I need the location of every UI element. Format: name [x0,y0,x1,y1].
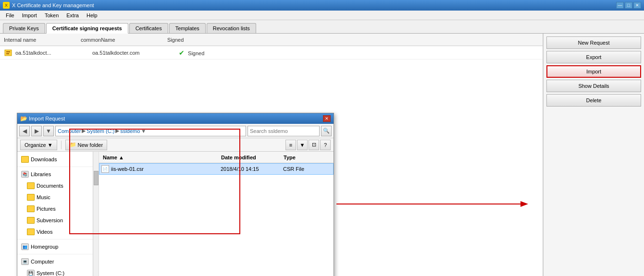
view-buttons: ≡ ▼ ⊡ ? [285,140,331,150]
dialog-close-button[interactable]: ✕ [323,115,331,122]
col-common-name: commonName [81,37,167,43]
tab-certificates[interactable]: Certificates [129,23,168,33]
col-signed: Signed [167,37,215,43]
title-bar: X X Certificate and Key management — □ ✕ [0,0,644,11]
table-row[interactable]: oa.51talkdoct... oa.51talkdocter.com ✔ S… [0,46,543,60]
file-row[interactable]: 📄 iis-web-01.csr 2018/4/10 14:15 CSR Fil… [99,163,334,175]
tab-revocation[interactable]: Revocation lists [207,23,256,33]
menu-file[interactable]: File [2,12,18,19]
content-area: Internal name commonName Signed oa.51tal… [0,34,543,276]
breadcrumb-bar: Computer ▶ System (C:) ▶ ssldemo ▼ [55,126,246,136]
import-dialog: 📂 Import Request ✕ ◀ ▶ ▼ Computer ▶ Syst… [17,113,334,276]
recent-locations-button[interactable]: ▼ [43,126,54,136]
dialog-toolbar: Organize ▼ 📁 New folder ≡ ▼ ⊡ ? [17,138,334,152]
help-button[interactable]: ? [320,140,331,150]
menu-extra[interactable]: Extra [62,12,83,19]
downloads-folder-icon [21,156,29,163]
svg-rect-2 [6,53,9,54]
new-folder-button[interactable]: 📁 New folder [65,140,108,150]
view-list-button[interactable]: ≡ [285,140,296,150]
col-type[interactable]: Type [284,155,332,160]
homegroup-icon: 👥 [21,243,29,250]
nav-downloads[interactable]: Downloads [17,154,99,165]
close-button[interactable]: ✕ [633,2,641,9]
tab-bar: Private Keys Certificate signing request… [0,20,644,34]
menu-import[interactable]: Import [18,12,41,19]
cell-signed: ✔ Signed [179,49,227,57]
nav-documents[interactable]: Documents [17,180,99,192]
toolbar-separator [61,141,62,149]
search-input[interactable] [248,126,320,136]
dialog-icon: 📂 [20,115,27,122]
scrollbar-thumb [94,171,99,185]
nav-videos[interactable]: Videos [17,226,99,238]
nav-panel: Downloads 📚 Libraries Documents Music [17,152,99,276]
computer-icon: 💻 [21,258,29,265]
col-date[interactable]: Date modified [221,155,284,160]
menu-token[interactable]: Token [41,12,62,19]
nav-divider [17,167,99,167]
address-bar: ◀ ▶ ▼ Computer ▶ System (C:) ▶ ssldemo ▼… [17,124,334,138]
nav-subversion[interactable]: Subversion [17,215,99,226]
delete-button[interactable]: Delete [546,94,641,107]
file-icon: 📄 [101,165,109,173]
col-internal-name: Internal name [4,37,81,43]
export-button[interactable]: Export [546,51,641,63]
documents-folder-icon [27,182,35,189]
back-button[interactable]: ◀ [19,126,30,136]
breadcrumb-ssldemo[interactable]: ssldemo [120,128,140,134]
menu-help[interactable]: Help [83,12,101,19]
nav-music[interactable]: Music [17,192,99,203]
table-header: Internal name commonName Signed [0,34,543,46]
breadcrumb-system[interactable]: System (C:) [87,128,114,134]
nav-libraries[interactable]: 📚 Libraries [17,168,99,180]
file-date: 2018/4/10 14:15 [221,166,283,172]
nav-pictures[interactable]: Pictures [17,203,99,215]
maximize-button[interactable]: □ [625,2,632,9]
organize-button[interactable]: Organize ▼ [20,140,57,150]
signed-checkmark: ✔ [179,49,185,57]
view-dropdown-button[interactable]: ▼ [297,140,308,150]
libraries-icon: 📚 [21,171,29,178]
show-details-button[interactable]: Show Details [546,80,641,92]
file-name: iis-web-01.csr [111,166,221,172]
window-title: X Certificate and Key management [12,2,616,8]
view-preview-button[interactable]: ⊡ [309,140,319,150]
svg-rect-0 [5,50,12,56]
file-header: Name ▲ Date modified Type [99,152,334,163]
new-folder-icon: 📁 [70,142,76,148]
menu-bar: File Import Token Extra Help [0,11,644,20]
minimize-button[interactable]: — [616,2,624,9]
pictures-folder-icon [27,205,35,212]
tab-templates[interactable]: Templates [169,23,206,33]
forward-button[interactable]: ▶ [31,126,42,136]
nav-system-c[interactable]: 💾 System (C:) [17,267,99,276]
nav-homegroup[interactable]: 👥 Homegroup [17,241,99,252]
app-icon: X [3,2,10,9]
nav-scrollbar[interactable] [93,152,99,276]
drive-c-icon: 💾 [27,270,35,276]
import-button[interactable]: Import [546,65,641,78]
nav-divider-2 [17,239,99,240]
cell-internal-name: oa.51talkdoct... [15,50,92,56]
col-name[interactable]: Name ▲ [101,155,221,160]
videos-folder-icon [27,228,35,235]
cell-common-name: oa.51talkdocter.com [92,50,179,56]
svg-rect-1 [6,51,10,52]
row-icon [4,48,13,58]
music-folder-icon [27,194,35,201]
dialog-body: Downloads 📚 Libraries Documents Music [17,152,334,276]
tab-private-keys[interactable]: Private Keys [3,23,45,33]
sidebar: New Request Export Import Show Details D… [543,34,644,276]
dialog-title-text: Import Request [29,116,65,121]
main-area: Internal name commonName Signed oa.51tal… [0,34,644,276]
new-request-button[interactable]: New Request [546,36,641,49]
file-panel: Name ▲ Date modified Type 📄 iis-web-01.c… [99,152,334,276]
breadcrumb-computer[interactable]: Computer [58,128,81,134]
dialog-title-bar: 📂 Import Request ✕ [17,113,334,124]
nav-computer[interactable]: 💻 Computer [17,256,99,267]
window-controls: — □ ✕ [616,2,641,9]
tab-csr[interactable]: Certificate signing requests [46,23,128,34]
subversion-folder-icon [27,217,35,224]
search-button[interactable]: 🔍 [321,126,332,136]
